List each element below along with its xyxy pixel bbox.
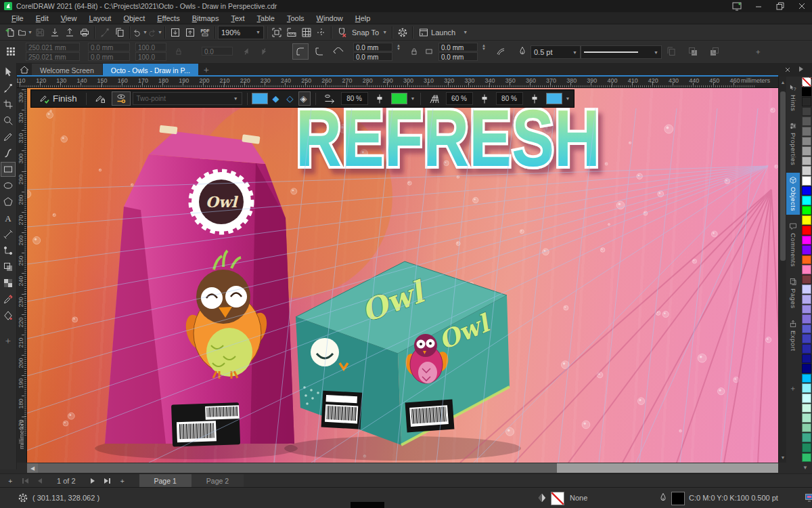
outline-color-swatch[interactable] xyxy=(671,492,685,505)
menu-item[interactable]: Layout xyxy=(83,13,117,24)
to-back-button[interactable] xyxy=(706,43,723,60)
two-point-diamond-icon[interactable]: ◇ xyxy=(284,93,296,104)
zoom-level-select[interactable]: 190%▼ xyxy=(218,26,264,39)
wrap-text-button[interactable] xyxy=(663,43,679,60)
options-gear-button[interactable] xyxy=(395,26,410,39)
palette-swatch[interactable] xyxy=(802,97,811,106)
palette-swatch[interactable] xyxy=(802,127,811,136)
palette-swatch[interactable] xyxy=(802,117,811,126)
close-document-icon[interactable] xyxy=(780,63,795,77)
fill-color-swatch[interactable] xyxy=(551,492,564,505)
palette-swatch[interactable] xyxy=(802,265,811,274)
import-download-button[interactable] xyxy=(47,26,62,39)
palette-swatch[interactable] xyxy=(802,344,811,354)
add-docker-plus-button[interactable]: ＋ xyxy=(789,383,796,394)
grid-opacity-slider-icon[interactable] xyxy=(475,91,494,106)
launch-dropdown[interactable]: Launch▼ xyxy=(415,27,470,38)
menu-item[interactable]: Effects xyxy=(151,13,185,24)
lock-perspective-icon[interactable] xyxy=(91,91,110,106)
lock-ratio-icon[interactable] xyxy=(171,43,187,60)
palette-swatch[interactable] xyxy=(802,196,811,205)
palette-swatch[interactable] xyxy=(802,146,811,156)
home-welcome-icon[interactable] xyxy=(17,63,32,77)
zoom-tool[interactable] xyxy=(1,113,16,128)
save-button[interactable] xyxy=(32,26,47,39)
publish-pdf-button[interactable] xyxy=(198,26,212,39)
polygon-tool[interactable] xyxy=(1,194,16,209)
horizon-color-swatch[interactable] xyxy=(391,93,407,104)
corner-radius-4-field[interactable]: 0.0 mm xyxy=(438,52,478,61)
rectangle-tool[interactable] xyxy=(1,162,16,177)
scalloped-corner-button[interactable] xyxy=(311,43,328,60)
previous-page-icon[interactable] xyxy=(32,475,47,487)
one-point-diamond-icon[interactable]: ◆ xyxy=(270,93,282,104)
bag-package[interactable]: Owl xyxy=(105,125,294,447)
docker-tab-hints[interactable]: Hints xyxy=(786,81,800,114)
horizon-line-icon[interactable] xyxy=(320,91,339,106)
import-button[interactable] xyxy=(168,26,183,39)
palette-swatch[interactable] xyxy=(802,87,811,97)
print-button[interactable] xyxy=(77,26,92,39)
palette-swatch[interactable] xyxy=(802,453,811,463)
palette-swatch[interactable] xyxy=(802,166,811,175)
dimension-tool[interactable] xyxy=(1,227,16,242)
cut-button[interactable] xyxy=(97,26,112,39)
palette-swatch[interactable] xyxy=(802,324,811,334)
scroll-left-icon[interactable]: ◀ xyxy=(27,463,38,473)
palette-swatch[interactable] xyxy=(802,275,811,284)
menu-item[interactable]: Edit xyxy=(30,13,55,24)
chamfer-distance-icon[interactable] xyxy=(493,43,509,60)
menu-item[interactable]: Table xyxy=(251,13,281,24)
redo-button[interactable]: ▼ xyxy=(148,26,162,39)
full-screen-preview-button[interactable] xyxy=(269,26,284,39)
outline-width-select[interactable]: 0.5 pt▼ xyxy=(531,45,581,59)
docker-tab-export[interactable]: Export xyxy=(786,316,800,354)
corner-radius-1-field[interactable]: 0.0 mm xyxy=(353,43,392,51)
palette-swatch[interactable] xyxy=(802,305,811,314)
first-page-icon[interactable] xyxy=(18,475,32,487)
object-origin-icon[interactable] xyxy=(3,43,19,60)
menu-item[interactable]: Help xyxy=(349,13,377,24)
menu-item[interactable]: Object xyxy=(117,13,151,24)
palette-swatch[interactable] xyxy=(802,186,811,196)
palette-swatch[interactable] xyxy=(802,156,811,166)
camera-color-swatch[interactable] xyxy=(252,93,268,104)
horizontal-scroll-thumb[interactable] xyxy=(38,463,557,473)
shape-tool[interactable] xyxy=(1,81,16,96)
corner-radius-2-field[interactable]: 0.0 mm xyxy=(353,52,392,61)
corner-stepper-icon[interactable]: ▲▼ xyxy=(394,43,403,51)
palette-swatch[interactable] xyxy=(802,295,811,304)
palette-swatch[interactable] xyxy=(802,354,811,364)
palette-swatch[interactable] xyxy=(802,236,811,245)
palette-swatch[interactable] xyxy=(802,255,811,265)
docker-tab-comments[interactable]: Comments xyxy=(786,219,800,270)
palette-swatch[interactable] xyxy=(802,364,811,373)
new-tab-plus-button[interactable]: ＋ xyxy=(199,63,214,77)
palette-swatch[interactable] xyxy=(802,176,811,186)
mesh-fill-tool[interactable] xyxy=(1,276,16,291)
minimize-button[interactable] xyxy=(752,1,765,12)
menu-item[interactable]: View xyxy=(55,13,83,24)
open-button[interactable]: ▼ xyxy=(18,26,32,39)
mirror-vertical-button[interactable] xyxy=(256,43,272,60)
corner-stepper2-icon[interactable]: ▲▼ xyxy=(479,43,489,51)
snap-off-button[interactable] xyxy=(334,26,349,39)
palette-swatch[interactable] xyxy=(802,394,811,403)
object-position-x-field[interactable]: 250.021 mm xyxy=(26,43,80,51)
grid-lines-icon[interactable] xyxy=(425,91,444,106)
palette-swatch[interactable] xyxy=(802,226,811,235)
show-perspective-icon[interactable] xyxy=(112,91,131,106)
three-point-diamond-icon[interactable]: ◈ xyxy=(298,91,311,106)
palette-swatch[interactable] xyxy=(802,433,811,442)
drawing-canvas[interactable]: REFRESH Owl xyxy=(27,88,778,463)
palette-swatch[interactable] xyxy=(802,137,811,146)
palette-swatch[interactable] xyxy=(802,413,811,423)
status-gear-icon[interactable] xyxy=(18,492,28,503)
corner-radius-3-field[interactable]: 0.0 mm xyxy=(438,43,478,51)
relative-corner-icon[interactable] xyxy=(424,43,434,60)
palette-swatch[interactable] xyxy=(802,215,811,225)
tab-flyout-icon[interactable] xyxy=(799,66,803,72)
palette-swatch[interactable] xyxy=(802,77,811,87)
menu-item[interactable]: Bitmaps xyxy=(186,13,225,24)
show-guidelines-button[interactable] xyxy=(314,26,329,39)
